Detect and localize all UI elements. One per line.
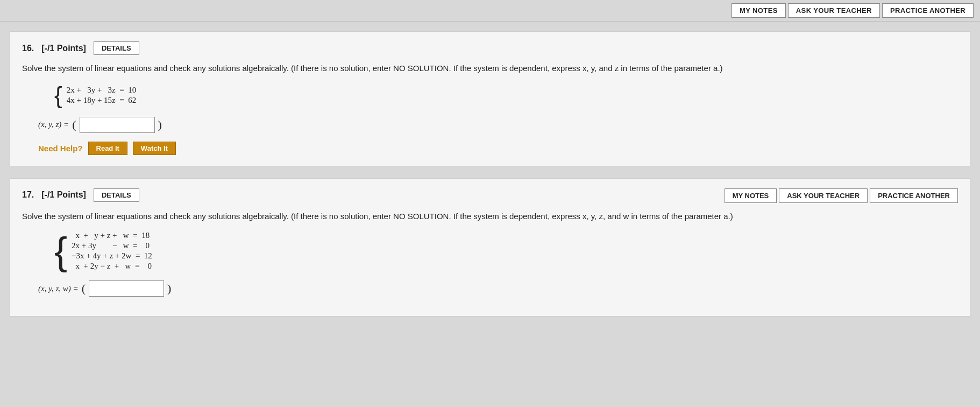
practice-another-btn-top[interactable]: PRACTICE ANOTHER	[882, 3, 974, 18]
q16-eq1: 2x + 3y + 3z = 10	[67, 86, 137, 95]
q17-eq4: x + 2y − z + w = 0	[72, 262, 152, 271]
q17-practice-another-btn[interactable]: PRACTICE ANOTHER	[870, 188, 958, 203]
q17-toolbar: MY NOTES ASK YOUR TEACHER PRACTICE ANOTH…	[725, 188, 958, 203]
my-notes-btn-top[interactable]: MY NOTES	[732, 3, 786, 18]
ask-teacher-btn-top[interactable]: ASK YOUR TEACHER	[788, 3, 880, 18]
q17-equation-system: { x + y + z + w = 18 2x + 3y − w = 0 −3x…	[54, 231, 958, 271]
q16-answer-row: (x, y, z) = ( )	[38, 117, 958, 133]
question-16-points: [-/1 Points]	[41, 44, 86, 53]
q16-paren-close: )	[158, 119, 162, 131]
q17-brace: {	[54, 231, 67, 270]
q16-brace: {	[54, 83, 62, 107]
q17-answer-input[interactable]	[89, 280, 164, 297]
q17-answer-label: (x, y, z, w) =	[38, 284, 79, 293]
question-16-header: 16. [-/1 Points] DETAILS	[22, 41, 958, 55]
q16-watch-it-button[interactable]: Watch It	[133, 142, 176, 155]
question-17-number: 17.	[22, 190, 34, 200]
question-17-header-row: 17. [-/1 Points] DETAILS MY NOTES ASK YO…	[22, 179, 958, 203]
q16-need-help-label: Need Help?	[38, 144, 83, 153]
q17-eq1: x + y + z + w = 18	[72, 231, 152, 240]
q17-eq3: −3x + 4y + z + 2w = 12	[72, 251, 152, 261]
q16-details-button[interactable]: DETAILS	[94, 41, 139, 55]
q16-read-it-button[interactable]: Read It	[88, 142, 127, 155]
q16-equation-system: { 2x + 3y + 3z = 10 4x + 18y + 15z = 62	[54, 83, 958, 107]
q16-answer-input[interactable]	[80, 117, 155, 133]
q17-paren-close: )	[167, 283, 171, 294]
question-16-number: 16.	[22, 44, 34, 53]
q16-need-help-row: Need Help? Read It Watch It	[38, 142, 958, 155]
q17-paren-open: (	[82, 283, 86, 294]
q16-equations: 2x + 3y + 3z = 10 4x + 18y + 15z = 62	[67, 86, 137, 105]
question-16-block: 16. [-/1 Points] DETAILS Solve the syste…	[10, 31, 970, 166]
q17-answer-row: (x, y, z, w) = ( )	[38, 280, 958, 297]
q17-equations: x + y + z + w = 18 2x + 3y − w = 0 −3x +…	[72, 231, 152, 271]
top-toolbar-q16: MY NOTES ASK YOUR TEACHER PRACTICE ANOTH…	[0, 0, 980, 22]
q16-paren-open: (	[72, 119, 76, 131]
q17-eq2: 2x + 3y − w = 0	[72, 241, 152, 250]
q17-header-left: 17. [-/1 Points] DETAILS	[22, 188, 139, 202]
question-17-block: 17. [-/1 Points] DETAILS MY NOTES ASK YO…	[10, 178, 970, 317]
q16-answer-label: (x, y, z) =	[38, 120, 69, 129]
q17-question-text: Solve the system of linear equations and…	[22, 210, 958, 223]
question-17-points: [-/1 Points]	[41, 190, 86, 200]
q17-ask-teacher-btn[interactable]: ASK YOUR TEACHER	[779, 188, 868, 203]
q16-eq2: 4x + 18y + 15z = 62	[67, 96, 137, 105]
q17-details-button[interactable]: DETAILS	[94, 188, 139, 202]
q16-question-text: Solve the system of linear equations and…	[22, 62, 958, 75]
q17-my-notes-btn[interactable]: MY NOTES	[725, 188, 777, 203]
